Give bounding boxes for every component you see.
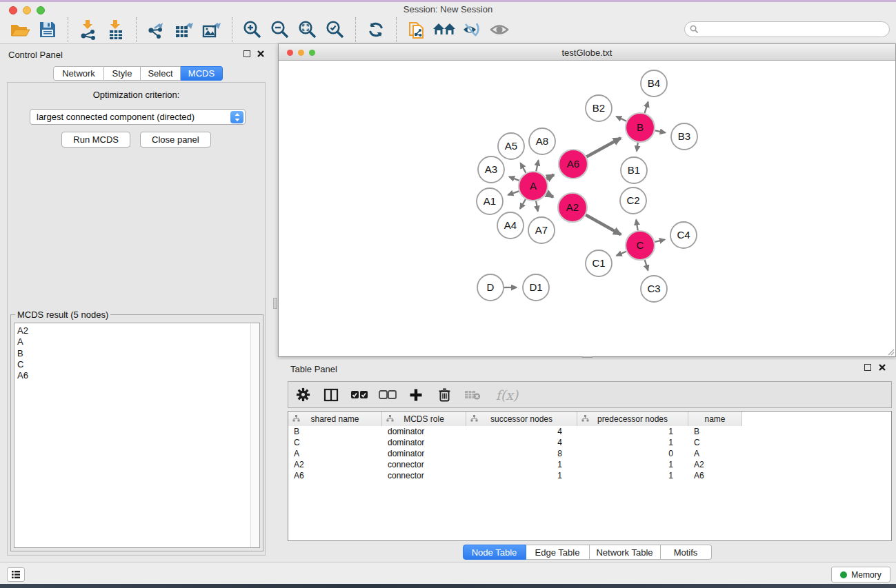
- table-settings-button[interactable]: [294, 385, 312, 405]
- column-header-predecessor-nodes[interactable]: predecessor nodes: [577, 412, 688, 426]
- tab-select[interactable]: Select: [141, 66, 181, 81]
- show-columns-button[interactable]: [322, 385, 340, 405]
- table-cell[interactable]: dominator: [382, 437, 466, 448]
- close-panel-icon[interactable]: [257, 50, 265, 58]
- table-cell[interactable]: connector: [382, 470, 466, 481]
- table-cell[interactable]: connector: [382, 459, 466, 470]
- close-panel-button[interactable]: Close panel: [140, 132, 211, 148]
- table-cell[interactable]: A2: [688, 459, 742, 470]
- mcds-result-item[interactable]: C: [17, 359, 28, 370]
- add-column-button[interactable]: [407, 385, 425, 405]
- node-B4[interactable]: B4: [641, 70, 667, 97]
- mcds-result-item[interactable]: A6: [17, 370, 28, 381]
- table-cell[interactable]: B: [688, 426, 742, 437]
- node-A[interactable]: A: [519, 172, 548, 201]
- table-row[interactable]: Cdominator41C: [288, 437, 891, 448]
- export-table-button[interactable]: [170, 18, 198, 41]
- edge-B-B2[interactable]: [616, 116, 626, 121]
- table-row[interactable]: A2connector11A2: [288, 459, 891, 470]
- table-cell[interactable]: C: [688, 437, 742, 448]
- column-header-MCDS-role[interactable]: MCDS role: [382, 412, 466, 426]
- tab-style[interactable]: Style: [104, 66, 141, 81]
- save-session-button[interactable]: [34, 18, 61, 41]
- table-cell[interactable]: A2: [288, 459, 382, 470]
- edge-A-A5[interactable]: [521, 163, 526, 173]
- node-B1[interactable]: B1: [621, 157, 647, 183]
- edge-C-C1[interactable]: [617, 252, 626, 256]
- table-cell[interactable]: 1: [577, 437, 688, 448]
- node-A7[interactable]: A7: [528, 217, 555, 243]
- open-session-button[interactable]: [6, 18, 34, 41]
- column-header-name[interactable]: name: [688, 412, 742, 426]
- table-cell[interactable]: 0: [577, 448, 688, 459]
- network-window-titlebar[interactable]: testGlobe.txt: [279, 44, 895, 61]
- tab-motifs[interactable]: Motifs: [661, 545, 712, 560]
- edge-A-A2[interactable]: [546, 194, 553, 197]
- node-A4[interactable]: A4: [497, 212, 524, 239]
- clone-network-button[interactable]: [403, 18, 430, 41]
- mcds-result-item[interactable]: A: [17, 336, 28, 347]
- select-all-checkboxes-button[interactable]: [350, 385, 368, 405]
- float-table-panel-icon[interactable]: [864, 364, 871, 371]
- window-resize-grip[interactable]: [886, 347, 895, 356]
- table-cell[interactable]: 1: [577, 459, 688, 470]
- mcds-result-item[interactable]: A2: [17, 325, 28, 336]
- table-row[interactable]: Adominator80A: [288, 448, 891, 459]
- network-canvas[interactable]: B4B2BB3A8A5A6A3B1AC2A1A2A4A7C4CC1DD1C3: [279, 61, 895, 356]
- edge-C-C2[interactable]: [636, 220, 637, 231]
- show-graphics-details-button[interactable]: [486, 18, 513, 41]
- table-cell[interactable]: dominator: [382, 448, 466, 459]
- node-A1[interactable]: A1: [477, 188, 503, 214]
- table-cell[interactable]: 1: [466, 470, 577, 481]
- toolbar-search-field[interactable]: [684, 21, 890, 37]
- column-header-successor-nodes[interactable]: successor nodes: [466, 412, 577, 426]
- table-cell[interactable]: A: [688, 448, 742, 459]
- edge-B-B4[interactable]: [645, 102, 648, 113]
- node-A5[interactable]: A5: [498, 133, 524, 159]
- node-B2[interactable]: B2: [586, 95, 612, 121]
- node-A2[interactable]: A2: [558, 193, 587, 222]
- hide-graphics-details-button[interactable]: [458, 18, 486, 41]
- table-cell[interactable]: 1: [577, 426, 688, 437]
- node-A6[interactable]: A6: [559, 150, 588, 179]
- zoom-in-button[interactable]: [239, 18, 266, 41]
- import-network-button[interactable]: [74, 18, 102, 41]
- refresh-button[interactable]: [362, 18, 390, 41]
- node-C[interactable]: C: [626, 231, 655, 260]
- node-A8[interactable]: A8: [529, 128, 555, 154]
- node-D1[interactable]: D1: [523, 274, 549, 301]
- edge-C-C3[interactable]: [645, 260, 648, 270]
- import-table-button[interactable]: [102, 18, 130, 41]
- table-cell[interactable]: 4: [466, 426, 577, 437]
- table-cell[interactable]: C: [288, 437, 382, 448]
- node-B3[interactable]: B3: [671, 123, 697, 150]
- table-cell[interactable]: A6: [288, 470, 382, 481]
- criterion-dropdown[interactable]: largest connected component (directed): [30, 109, 246, 125]
- mcds-result-list[interactable]: A2ABCA6: [14, 323, 260, 548]
- edge-A-A7[interactable]: [536, 201, 538, 212]
- export-image-button[interactable]: [198, 18, 226, 41]
- edge-C-C4[interactable]: [655, 240, 664, 242]
- function-builder-button[interactable]: f(x): [492, 385, 522, 405]
- delete-table-button[interactable]: [464, 385, 481, 405]
- tab-network-table[interactable]: Network Table: [590, 545, 661, 560]
- zoom-out-button[interactable]: [266, 18, 294, 41]
- table-row[interactable]: Bdominator41B: [288, 426, 891, 437]
- edge-A-A3[interactable]: [509, 176, 519, 181]
- delete-column-button[interactable]: [435, 385, 453, 405]
- edge-A2-C[interactable]: [586, 215, 621, 235]
- node-C2[interactable]: C2: [620, 187, 646, 214]
- mcds-result-item[interactable]: B: [17, 348, 28, 359]
- export-network-button[interactable]: [143, 18, 170, 41]
- run-mcds-button[interactable]: Run MCDS: [61, 132, 130, 148]
- edge-A-A6[interactable]: [546, 175, 554, 179]
- node-C3[interactable]: C3: [641, 276, 667, 302]
- mcds-list-scrollbar[interactable]: [250, 323, 259, 547]
- node-B[interactable]: B: [626, 113, 655, 142]
- close-table-panel-icon[interactable]: [878, 363, 886, 372]
- table-cell[interactable]: dominator: [382, 426, 466, 437]
- column-header-shared-name[interactable]: shared name: [288, 412, 382, 426]
- node-C4[interactable]: C4: [670, 222, 697, 248]
- tab-network[interactable]: Network: [53, 66, 104, 81]
- zoom-fit-button[interactable]: [294, 18, 321, 41]
